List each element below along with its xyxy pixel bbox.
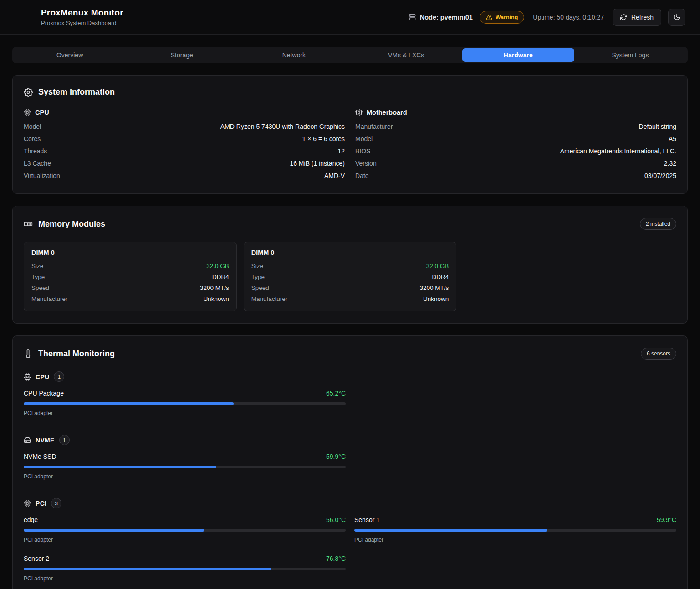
info-row: L3 Cache 16 MiB (1 instance) bbox=[24, 157, 345, 169]
module-row: Type DDR4 bbox=[31, 271, 229, 282]
app-title: ProxMenux Monitor bbox=[41, 8, 123, 18]
refresh-icon bbox=[620, 14, 627, 20]
system-information-card: System Information CPU Model AMD Ryzen 5… bbox=[12, 75, 688, 194]
info-row: Version 2.32 bbox=[355, 157, 676, 169]
row-label: Manufacturer bbox=[31, 295, 68, 302]
sensor-adapter: PCI adapter bbox=[354, 537, 676, 543]
node-indicator: Node: pvemini01 bbox=[409, 14, 473, 21]
cpu-chip-icon bbox=[24, 373, 31, 381]
thermal-group-nvme: NVME 1 NVMe SSD 59.9°C PCI adapter bbox=[24, 435, 676, 480]
row-value: Unknown bbox=[203, 295, 229, 302]
dimm-name: DIMM 0 bbox=[31, 249, 229, 256]
app-logo-icon bbox=[15, 7, 35, 27]
memory-module-card: DIMM 0 Size 32.0 GB Type DDR4 Speed 3200… bbox=[24, 242, 237, 311]
module-row: Type DDR4 bbox=[251, 271, 449, 282]
tab-network[interactable]: Network bbox=[238, 48, 350, 62]
sensor-temp: 59.9°C bbox=[657, 516, 676, 523]
moon-icon bbox=[674, 14, 680, 20]
memory-module-card: DIMM 0 Size 32.0 GB Type DDR4 Speed 3200… bbox=[244, 242, 457, 311]
tab-overview[interactable]: Overview bbox=[14, 48, 126, 62]
info-row: Threads 12 bbox=[24, 145, 345, 157]
row-value: 3200 MT/s bbox=[200, 284, 229, 291]
temp-progress-bar bbox=[24, 402, 346, 405]
row-value: 03/07/2025 bbox=[644, 172, 676, 179]
row-label: Threads bbox=[24, 147, 47, 155]
module-row: Manufacturer Unknown bbox=[251, 293, 449, 304]
temp-progress-fill bbox=[24, 568, 271, 570]
app-header: ProxMenux Monitor Proxmox System Dashboa… bbox=[0, 0, 700, 35]
pci-chip-icon bbox=[24, 500, 31, 507]
sensors-count-badge: 6 sensors bbox=[641, 348, 676, 360]
sensor-item: NVMe SSD 59.9°C PCI adapter bbox=[24, 453, 346, 480]
row-label: L3 Cache bbox=[24, 160, 51, 167]
sensor-name: Sensor 1 bbox=[354, 516, 380, 523]
row-label: Cores bbox=[24, 135, 41, 142]
sensor-adapter: PCI adapter bbox=[24, 575, 346, 582]
dimm-name: DIMM 0 bbox=[251, 249, 449, 256]
temp-progress-bar bbox=[354, 529, 676, 532]
warning-badge[interactable]: Warning bbox=[480, 11, 525, 24]
info-row: Model A5 bbox=[355, 132, 676, 145]
thermal-group-pci: PCI 3 edge 56.0°C PCI adapter Sensor bbox=[24, 498, 676, 582]
drive-icon bbox=[24, 437, 31, 444]
installed-count-badge: 2 installed bbox=[640, 218, 676, 230]
module-row: Size 32.0 GB bbox=[251, 260, 449, 271]
row-value: A5 bbox=[669, 135, 676, 142]
row-label: Date bbox=[355, 172, 369, 179]
memory-icon bbox=[24, 219, 33, 228]
sensor-temp: 65.2°C bbox=[326, 390, 346, 397]
row-value: 1 × 6 = 6 cores bbox=[302, 135, 345, 142]
sensor-name: NVMe SSD bbox=[24, 453, 56, 460]
info-row: Date 03/07/2025 bbox=[355, 169, 676, 182]
tab-vms-lxcs[interactable]: VMs & LXCs bbox=[350, 48, 462, 62]
sensor-item: Sensor 2 76.8°C PCI adapter bbox=[24, 555, 346, 582]
row-value: 16 MiB (1 instance) bbox=[290, 160, 345, 167]
system-information-title: System Information bbox=[38, 87, 115, 97]
module-row: Speed 3200 MT/s bbox=[251, 282, 449, 293]
tab-hardware[interactable]: Hardware bbox=[462, 48, 574, 62]
module-row: Speed 3200 MT/s bbox=[31, 282, 229, 293]
row-value: Unknown bbox=[423, 295, 449, 302]
info-row: Cores 1 × 6 = 6 cores bbox=[24, 132, 345, 145]
tab-system-logs[interactable]: System Logs bbox=[574, 48, 686, 62]
group-count-badge: 3 bbox=[51, 498, 61, 508]
sensor-name: Sensor 2 bbox=[24, 555, 49, 562]
memory-modules-card: Memory Modules 2 installed DIMM 0 Size 3… bbox=[12, 206, 688, 324]
sensor-temp: 56.0°C bbox=[326, 516, 346, 523]
app-subtitle: Proxmox System Dashboard bbox=[41, 20, 123, 26]
row-label: Size bbox=[31, 263, 43, 269]
sensor-temp: 76.8°C bbox=[326, 555, 346, 562]
thermal-monitoring-title: Thermal Monitoring bbox=[38, 349, 115, 359]
row-label: Version bbox=[355, 160, 377, 167]
row-value: AMD Ryzen 5 7430U with Radeon Graphics bbox=[220, 123, 345, 130]
sensor-temp: 59.9°C bbox=[326, 453, 346, 460]
info-row: Manufacturer Default string bbox=[355, 120, 676, 132]
sensor-item: CPU Package 65.2°C PCI adapter bbox=[24, 390, 346, 416]
tab-storage[interactable]: Storage bbox=[126, 48, 238, 62]
row-label: BIOS bbox=[355, 147, 370, 155]
thermometer-icon bbox=[24, 349, 33, 358]
cpu-chip-icon bbox=[24, 109, 31, 116]
refresh-button[interactable]: Refresh bbox=[613, 9, 661, 26]
row-label: Manufacturer bbox=[251, 295, 288, 302]
row-label: Virtualization bbox=[24, 172, 60, 179]
temp-progress-fill bbox=[24, 529, 204, 532]
row-value: 32.0 GB bbox=[426, 263, 449, 269]
group-name: PCI bbox=[36, 500, 46, 507]
row-value: AMD-V bbox=[324, 172, 345, 179]
theme-toggle-button[interactable] bbox=[668, 9, 685, 26]
row-label: Type bbox=[31, 274, 45, 280]
info-row: Virtualization AMD-V bbox=[24, 169, 345, 182]
row-label: Manufacturer bbox=[355, 123, 393, 130]
server-icon bbox=[409, 14, 416, 20]
uptime-text: Uptime: 50 days, 0:10:27 bbox=[533, 14, 604, 21]
temp-progress-fill bbox=[24, 402, 234, 405]
memory-modules-title: Memory Modules bbox=[38, 219, 105, 229]
sensor-adapter: PCI adapter bbox=[24, 473, 346, 480]
main-tabs: Overview Storage Network VMs & LXCs Hard… bbox=[12, 47, 688, 63]
row-value: Default string bbox=[639, 123, 676, 130]
row-label: Speed bbox=[251, 284, 269, 291]
warning-label: Warning bbox=[496, 14, 518, 20]
sensor-adapter: PCI adapter bbox=[24, 537, 346, 543]
temp-progress-bar bbox=[24, 466, 346, 468]
